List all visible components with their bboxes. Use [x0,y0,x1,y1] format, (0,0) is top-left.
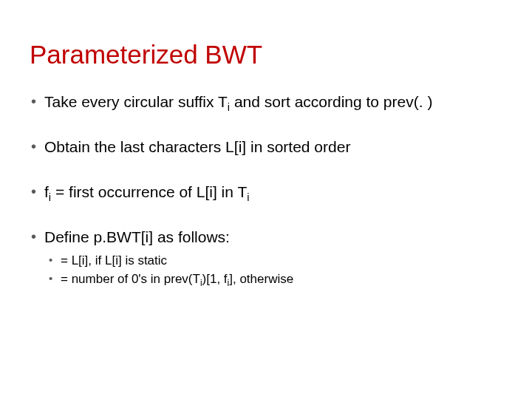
bullet-text: Obtain the last characters L[i] in sorte… [44,138,350,155]
bullet-text: = first occurrence of L[i] in T [51,183,247,200]
bullet-text: )[1, f [202,272,228,286]
bullet-item: fi = first occurrence of L[i] in Ti [30,182,502,202]
bullet-text: Take every circular suffix T [44,93,228,110]
bullet-text: = L[i], if L[i] is static [61,253,167,267]
bullet-text: = number of 0's in prev(T [61,272,200,286]
bullet-item: Take every circular suffix Ti and sort a… [30,92,502,112]
bullet-item: Define p.BWT[i] as follows: = L[i], if L… [30,227,502,288]
slide: Parameterized BWT Take every circular su… [0,0,532,399]
sub-bullet-item: = number of 0's in prev(Ti)[1, fi], othe… [44,270,502,288]
sub-bullet-list: = L[i], if L[i] is static = number of 0'… [44,252,502,289]
bullet-text: ], otherwise [229,272,293,286]
bullet-text: Define p.BWT[i] as follows: [44,228,230,245]
sub-bullet-item: = L[i], if L[i] is static [44,252,502,270]
subscript: i [247,191,249,203]
slide-title: Parameterized BWT [30,41,502,69]
bullet-text: and sort according to prev(. ) [230,93,432,110]
bullet-item: Obtain the last characters L[i] in sorte… [30,137,502,157]
bullet-list: Take every circular suffix Ti and sort a… [30,92,502,289]
